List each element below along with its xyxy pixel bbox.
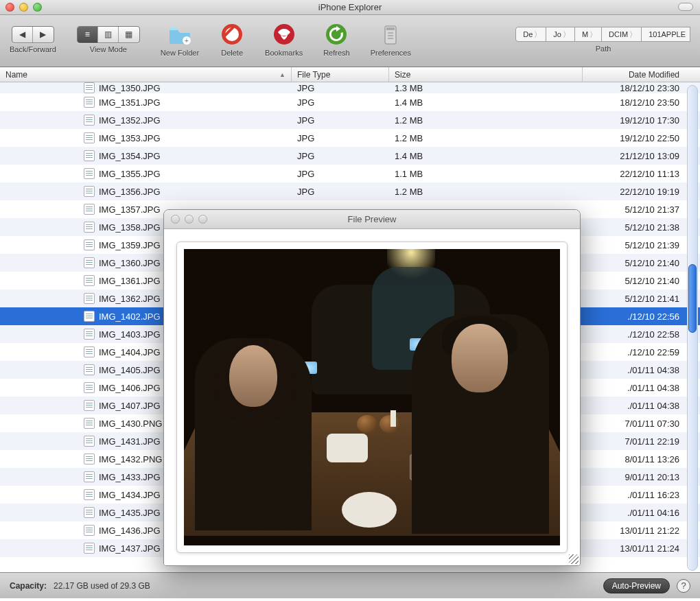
path-breadcrumb[interactable]: De〉Jo〉M〉DCIM〉101APPLE	[516, 26, 690, 43]
file-name: IMG_1355.JPG	[99, 169, 161, 179]
file-date: ./01/11 04:38	[583, 383, 700, 393]
file-date: 5/12/10 21:41	[583, 294, 700, 304]
file-name: IMG_1431.JPG	[99, 436, 161, 447]
file-name: IMG_1404.JPG	[99, 347, 161, 357]
file-date: 5/12/10 21:39	[583, 240, 700, 250]
newfolder-icon[interactable]: +	[167, 22, 192, 47]
file-date: 5/12/10 21:40	[583, 258, 700, 268]
col-size[interactable]: Size	[389, 67, 583, 82]
file-name: IMG_1361.JPG	[99, 276, 161, 286]
file-type: JPG	[292, 133, 389, 143]
col-date[interactable]: Date Modified	[583, 67, 700, 82]
backforward-buttons: ◀ ▶	[12, 26, 54, 43]
table-row[interactable]: IMG_1350.JPG JPG 1.3 MB 18/12/10 23:30	[0, 82, 700, 93]
viewmode-group: ≡ ▥ ▦ View Mode	[77, 26, 140, 54]
file-name: IMG_1403.JPG	[99, 329, 161, 340]
toolbar-pill-icon[interactable]	[678, 3, 693, 11]
preview-titlebar[interactable]: File Preview	[164, 210, 580, 229]
column-headers: Name▲ File Type Size Date Modified	[0, 67, 700, 82]
capacity-label: Capacity:	[10, 581, 47, 591]
vertical-scrollbar[interactable]	[687, 85, 698, 571]
file-icon	[84, 489, 95, 500]
file-type: JPG	[292, 187, 389, 197]
col-filetype[interactable]: File Type	[292, 67, 389, 82]
path-segment[interactable]: DCIM〉	[601, 27, 642, 42]
resize-handle-icon[interactable]	[569, 554, 579, 564]
viewmode-grid-button[interactable]: ▦	[119, 27, 139, 43]
delete-icon[interactable]	[220, 22, 244, 47]
table-row[interactable]: IMG_1355.JPGJPG1.1 MB22/12/10 11:13	[0, 165, 700, 182]
delete-group: Delete	[220, 22, 244, 57]
table-row[interactable]: IMG_1352.JPGJPG1.2 MB19/12/10 17:30	[0, 111, 700, 129]
newfolder-group: + New Folder	[161, 22, 199, 57]
file-icon	[84, 132, 95, 143]
back-button[interactable]: ◀	[12, 27, 33, 43]
refresh-label: Refresh	[323, 49, 350, 57]
file-name: IMG_1437.JPG	[99, 543, 161, 554]
file-date: 7/01/11 22:19	[583, 436, 700, 447]
file-date: 8/01/11 13:26	[583, 454, 700, 464]
path-segment[interactable]: Jo〉	[546, 27, 575, 42]
chevron-right-icon: 〉	[629, 30, 637, 40]
file-icon	[84, 525, 95, 536]
chevron-right-icon: 〉	[534, 30, 541, 40]
file-icon	[84, 507, 95, 518]
file-date: ./01/11 04:38	[583, 365, 700, 375]
help-button[interactable]: ?	[677, 579, 690, 593]
scrollbar-thumb[interactable]	[688, 264, 697, 333]
file-icon	[84, 382, 95, 393]
table-row[interactable]: IMG_1353.JPGJPG1.2 MB19/12/10 22:50	[0, 129, 700, 147]
file-name: IMG_1350.JPG	[99, 83, 161, 93]
col-name[interactable]: Name▲	[0, 67, 292, 82]
file-icon	[84, 543, 95, 554]
col-size-label: Size	[395, 70, 410, 80]
path-segment[interactable]: 101APPLE	[641, 27, 690, 42]
file-date: 5/12/10 21:38	[583, 222, 700, 233]
viewmode-columns-button[interactable]: ▥	[98, 27, 119, 43]
path-segment[interactable]: De〉	[515, 27, 546, 42]
file-date: ./12/10 22:56	[583, 311, 700, 322]
file-name: IMG_1353.JPG	[99, 133, 161, 143]
forward-button[interactable]: ▶	[33, 27, 54, 43]
file-size: 1.2 MB	[389, 115, 583, 126]
file-type: JPG	[292, 97, 389, 108]
file-icon	[84, 82, 95, 93]
auto-preview-button[interactable]: Auto-Preview	[603, 578, 670, 593]
file-name: IMG_1435.JPG	[99, 508, 161, 518]
table-row[interactable]: IMG_1351.JPGJPG1.4 MB18/12/10 23:50	[0, 93, 700, 111]
file-name: IMG_1360.JPG	[99, 258, 161, 268]
file-date: ./01/11 04:38	[583, 401, 700, 411]
file-name: IMG_1407.JPG	[99, 401, 161, 411]
file-date: 5/12/10 21:40	[583, 276, 700, 286]
file-date: 18/12/10 23:50	[583, 97, 700, 108]
file-icon	[84, 115, 95, 126]
file-icon	[84, 293, 95, 304]
file-icon	[84, 453, 95, 464]
preferences-icon[interactable]	[378, 22, 403, 47]
refresh-icon[interactable]	[324, 22, 349, 47]
file-date: ./01/11 04:16	[583, 508, 700, 518]
file-icon	[84, 275, 95, 286]
viewmode-list-button[interactable]: ≡	[78, 27, 98, 43]
file-name: IMG_1434.JPG	[99, 490, 161, 500]
file-icon	[84, 436, 95, 447]
file-date: 21/12/10 13:09	[583, 151, 700, 161]
file-date: 19/12/10 17:30	[583, 115, 700, 126]
file-name: IMG_1356.JPG	[99, 187, 161, 197]
file-size: 1.2 MB	[389, 187, 583, 197]
delete-label: Delete	[221, 49, 243, 57]
file-name: IMG_1352.JPG	[99, 115, 161, 126]
file-date: 19/12/10 22:50	[583, 133, 700, 143]
path-segment[interactable]: M〉	[574, 27, 602, 42]
bookmarks-icon[interactable]	[272, 22, 296, 47]
file-icon	[84, 239, 95, 250]
table-row[interactable]: IMG_1354.JPGJPG1.4 MB21/12/10 13:09	[0, 147, 700, 165]
refresh-group: Refresh	[323, 22, 350, 57]
chevron-right-icon: 〉	[563, 30, 570, 40]
table-row[interactable]: IMG_1356.JPGJPG1.2 MB22/12/10 19:19	[0, 182, 700, 200]
file-name: IMG_1436.JPG	[99, 526, 161, 536]
newfolder-label: New Folder	[161, 49, 199, 57]
file-icon	[84, 204, 95, 215]
viewmode-label: View Mode	[90, 45, 127, 54]
backforward-group: ◀ ▶ Back/Forward	[10, 26, 56, 54]
